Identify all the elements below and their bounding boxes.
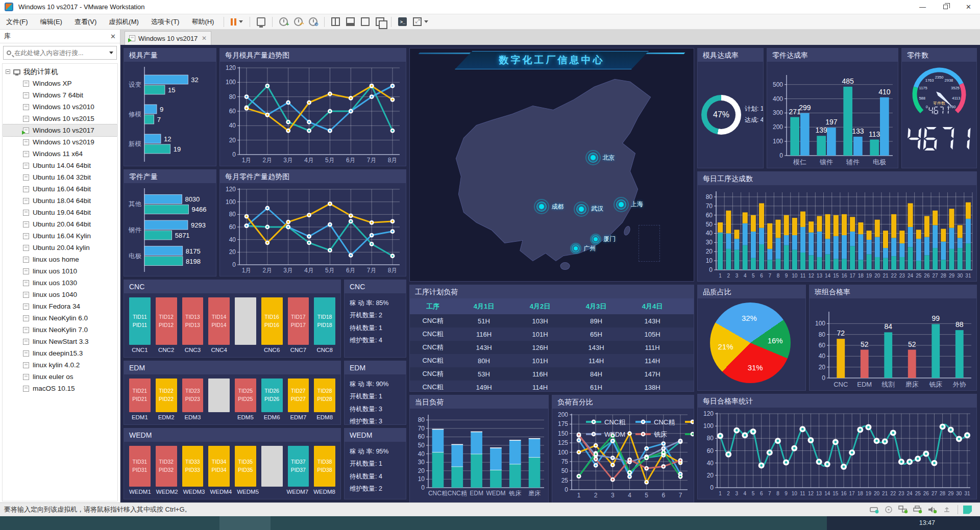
vm-list-item[interactable]: linux deepin15.3: [3, 347, 117, 359]
svg-text:线割: 线割: [881, 381, 895, 388]
vm-list-item[interactable]: Ubuntu 20.04 64bit: [3, 218, 117, 230]
vm-screen[interactable]: 模具产量 设变3215修模97新模1219 每月模具产量趋势图 02040608…: [120, 45, 980, 502]
menu-item[interactable]: 选项卡(T): [145, 14, 186, 29]
vm-name: linux uos 1040: [33, 291, 77, 298]
snapshot-take-button[interactable]: +: [276, 15, 291, 29]
thumbnail-bar-button[interactable]: [343, 15, 358, 29]
svg-text:20: 20: [706, 248, 713, 255]
vm-list-item[interactable]: Windows 10 vs2015: [3, 113, 117, 124]
svg-text:19: 19: [866, 491, 872, 496]
menu-item[interactable]: 虚拟机(M): [103, 14, 145, 29]
vm-list-item[interactable]: Windows 10 vs2017: [3, 124, 117, 136]
menu-item[interactable]: 文件(F): [0, 14, 34, 29]
taskbar-active-segment[interactable]: [219, 516, 271, 530]
network-icon[interactable]: [898, 506, 908, 514]
vm-list-item[interactable]: Ubuntu 16.04 64bit: [3, 183, 117, 195]
vm-list-item[interactable]: macOS 10.15: [3, 383, 117, 394]
svg-text:12: 12: [164, 135, 171, 143]
vm-icon: [23, 233, 29, 239]
svg-text:20: 20: [229, 137, 236, 144]
vm-list-item[interactable]: linux NewStart 3.3: [3, 336, 117, 347]
restore-button[interactable]: [934, 0, 957, 14]
vm-list-item[interactable]: Windows 7 64bit: [3, 89, 117, 101]
tree-root-my-computer[interactable]: 我的计算机: [3, 66, 117, 78]
vm-list-item[interactable]: Ubuntu 16.04 32bit: [3, 171, 117, 183]
vm-list-item[interactable]: Windows 10 vs2019: [3, 136, 117, 148]
vm-list-item[interactable]: linux NeoKylin 6.0: [3, 312, 117, 324]
vmware-logo-icon: [5, 3, 13, 11]
svg-text:24: 24: [907, 491, 913, 496]
message-note-icon[interactable]: [963, 506, 972, 514]
unity-button[interactable]: [373, 15, 387, 29]
stat-line: 稼 动 率: 95%: [350, 445, 401, 458]
vm-list-item[interactable]: linux euler os: [3, 371, 117, 383]
cd-drive-icon[interactable]: [885, 506, 893, 514]
vm-name: Ubuntu 16.04 32bit: [33, 173, 91, 181]
console-button[interactable]: >_: [395, 15, 410, 29]
vm-list-item[interactable]: Ubuntu 16.04 Kylin: [3, 230, 117, 242]
chevron-down-icon[interactable]: [109, 52, 113, 54]
vm-name: linux uos home: [33, 256, 79, 263]
taskbar-tray-area: [827, 516, 980, 530]
vm-list-item[interactable]: Ubuntu 14.04 64bit: [3, 160, 117, 171]
snapshot-revert-button[interactable]: ↶: [291, 15, 306, 29]
minimize-button[interactable]: —: [911, 0, 934, 14]
tab-windows-10-vs2017[interactable]: Windows 10 vs2017 ✕: [125, 31, 211, 45]
close-button[interactable]: ✕: [957, 0, 980, 14]
panel-load-pct: 负荷百分比 02550751001251501752001234567CNC粗C…: [552, 395, 694, 502]
close-icon[interactable]: ✕: [110, 33, 116, 40]
hard-disk-icon[interactable]: [870, 506, 879, 514]
vm-icon: [129, 35, 135, 41]
vm-list-item[interactable]: linux uos 1040: [3, 289, 117, 300]
svg-text:139: 139: [815, 126, 827, 134]
menu-item[interactable]: 查看(V): [68, 14, 103, 29]
snapshot-manager-button[interactable]: ⚙: [306, 15, 321, 29]
usb-device-icon[interactable]: [943, 506, 952, 514]
menu-item[interactable]: 帮助(H): [185, 14, 220, 29]
search-box[interactable]: [3, 46, 117, 60]
vm-list-item[interactable]: linux kylin 4.0.2: [3, 359, 117, 371]
fullscreen-icon: [361, 17, 370, 26]
svg-text:200: 200: [773, 123, 783, 131]
stat-line: 待机数量: 4: [350, 470, 401, 483]
svg-text:21: 21: [883, 273, 889, 279]
vm-list-item[interactable]: linux Fedora 34: [3, 300, 117, 312]
chevron-down-icon[interactable]: [239, 20, 243, 23]
collapse-icon[interactable]: [6, 69, 10, 74]
svg-text:CNC粗: CNC粗: [604, 418, 626, 426]
vm-list-item[interactable]: linux uos 1010: [3, 265, 117, 277]
vm-name: linux NeoKylin 7.0: [33, 326, 88, 334]
svg-text:100: 100: [703, 422, 714, 430]
vm-icon: [23, 128, 29, 134]
tab-close-icon[interactable]: ✕: [202, 35, 207, 42]
send-ctrl-alt-del-button[interactable]: [254, 15, 268, 29]
svg-text:75: 75: [561, 458, 569, 465]
vm-list-item[interactable]: Windows XP: [3, 78, 117, 89]
pause-icon: [231, 18, 236, 26]
fit-guest-button[interactable]: [410, 15, 431, 29]
panel-cnc-stats: CNC 稼 动 率: 85%开机数量: 2待机数量: 1维护数量: 4: [344, 280, 406, 358]
svg-text:16: 16: [841, 273, 847, 279]
vm-list-item[interactable]: linux uos 1030: [3, 277, 117, 289]
vm-list-item[interactable]: Windows 11 x64: [3, 148, 117, 160]
pause-button[interactable]: [228, 15, 246, 29]
svg-text:4月: 4月: [304, 267, 314, 274]
vm-list-item[interactable]: Ubuntu 19.04 64bit: [3, 207, 117, 218]
library-toggle-button[interactable]: [328, 15, 343, 29]
vm-list-item[interactable]: Ubuntu 20.04 kylin: [3, 242, 117, 254]
search-input[interactable]: [14, 49, 107, 57]
vm-list-item[interactable]: Ubuntu 18.04 64bit: [3, 195, 117, 207]
machine-tile: TID26PID26: [261, 378, 283, 412]
printer-icon[interactable]: [913, 506, 923, 514]
sound-icon[interactable]: [928, 506, 938, 514]
fullscreen-button[interactable]: [358, 15, 373, 29]
svg-text:WEDM: WEDM: [604, 431, 625, 438]
svg-text:钢件: 钢件: [128, 226, 142, 234]
part-rate-chart: 0100200300400500模仁镶件辅件电极2711394851132991…: [767, 62, 898, 168]
menu-item[interactable]: 编辑(E): [34, 14, 68, 29]
chevron-down-icon[interactable]: [424, 20, 428, 23]
vm-list-item[interactable]: linux NeoKylin 7.0: [3, 324, 117, 336]
machine-tile: TID33PID33: [182, 446, 204, 487]
vm-list-item[interactable]: Windows 10 vs2010: [3, 101, 117, 113]
vm-list-item[interactable]: linux uos home: [3, 254, 117, 265]
